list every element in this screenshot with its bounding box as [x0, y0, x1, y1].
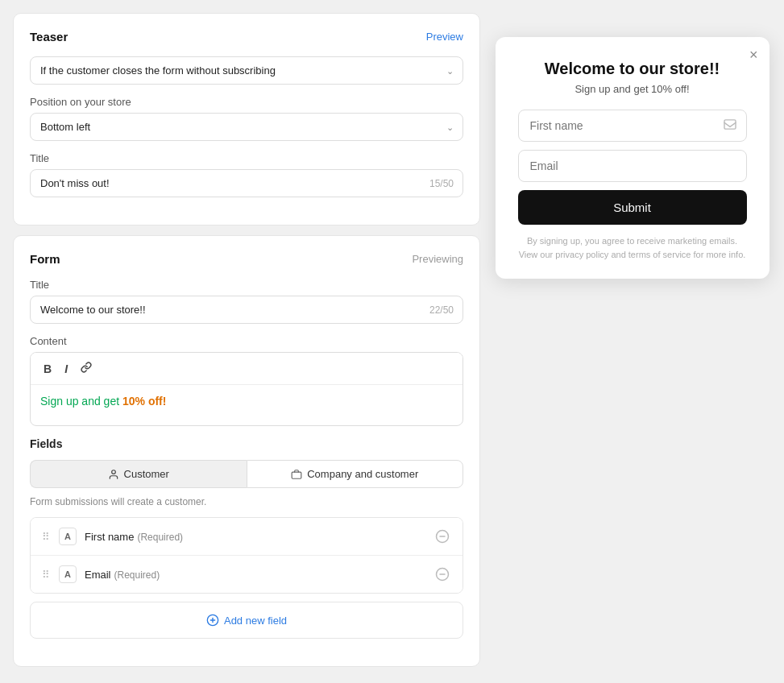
- form-title-input[interactable]: [30, 296, 463, 324]
- form-card: Form Previewing Title 22/50 Content B I: [13, 235, 480, 667]
- field-row-email: ⠿ A Email(Required): [31, 555, 463, 593]
- right-panel: × Welcome to our store!! Sign up and get…: [493, 13, 771, 670]
- first-name-wrapper: [518, 110, 747, 142]
- position-label: Position on your store: [30, 96, 463, 108]
- first-name-icon: [723, 119, 737, 133]
- field-row-firstname: ⠿ A First name(Required): [31, 518, 463, 555]
- field-type-icon-firstname: A: [59, 528, 77, 545]
- form-title-label: Title: [30, 279, 463, 291]
- position-select[interactable]: Bottom left: [30, 113, 463, 141]
- teaser-title-group: Title 15/50: [30, 152, 463, 197]
- preview-modal: × Welcome to our store!! Sign up and get…: [496, 37, 769, 279]
- tab-company[interactable]: Company and customer: [247, 460, 464, 488]
- modal-title: Welcome to our store!!: [518, 60, 747, 78]
- italic-button[interactable]: I: [60, 359, 73, 378]
- previewing-label: Previewing: [412, 253, 463, 265]
- form-title-group: Title 22/50: [30, 279, 463, 324]
- teaser-title-label: Title: [30, 152, 463, 164]
- submit-button[interactable]: Submit: [518, 190, 747, 225]
- content-label: Content: [30, 335, 463, 347]
- modal-subtitle: Sign up and get 10% off!: [518, 83, 747, 95]
- add-field-label: Add new field: [224, 615, 287, 627]
- content-text-area[interactable]: Sign up and get 10% off!: [31, 385, 463, 425]
- remove-firstname-button[interactable]: [433, 528, 451, 545]
- fields-label: Fields: [30, 437, 463, 450]
- tab-company-label: Company and customer: [307, 468, 418, 480]
- remove-email-button[interactable]: [433, 565, 451, 583]
- field-tabs: Customer Company and customer: [30, 460, 463, 488]
- field-name-email: Email(Required): [85, 569, 425, 581]
- modal-close-button[interactable]: ×: [749, 47, 758, 64]
- form-title-counter: 22/50: [429, 304, 454, 316]
- svg-rect-1: [292, 472, 301, 478]
- teaser-title-input[interactable]: [30, 169, 463, 197]
- editor-toolbar: B I: [31, 353, 463, 385]
- bold-button[interactable]: B: [39, 359, 56, 378]
- drag-handle-email[interactable]: ⠿: [42, 569, 51, 581]
- svg-point-0: [111, 470, 115, 474]
- left-panel: Teaser Preview If the customer closes th…: [13, 13, 480, 670]
- show-condition-group: If the customer closes the form without …: [30, 56, 463, 85]
- email-input[interactable]: [518, 150, 747, 182]
- fields-list: ⠿ A First name(Required) ⠿ A: [30, 517, 463, 594]
- preview-link[interactable]: Preview: [426, 31, 463, 43]
- tab-customer-label: Customer: [124, 468, 169, 480]
- show-condition-select[interactable]: If the customer closes the form without …: [30, 56, 463, 85]
- field-name-firstname: First name(Required): [85, 531, 425, 543]
- fields-group: Fields Customer Company and customer: [30, 437, 463, 639]
- teaser-title-counter: 15/50: [429, 178, 454, 189]
- position-group: Position on your store Bottom left ⌄: [30, 96, 463, 141]
- form-section-title: Form: [30, 252, 60, 266]
- tab-customer[interactable]: Customer: [30, 460, 247, 488]
- drag-handle-firstname[interactable]: ⠿: [42, 531, 51, 543]
- content-group: Content B I Sign up and get 10% off!: [30, 335, 463, 426]
- content-editor: B I Sign up and get 10% off!: [30, 352, 463, 426]
- modal-footer: By signing up, you agree to receive mark…: [518, 234, 747, 261]
- field-type-icon-email: A: [59, 565, 77, 583]
- teaser-title: Teaser: [30, 30, 68, 43]
- add-field-button[interactable]: Add new field: [30, 602, 463, 639]
- teaser-card: Teaser Preview If the customer closes th…: [13, 13, 480, 226]
- link-button[interactable]: [76, 359, 97, 378]
- first-name-input[interactable]: [518, 110, 747, 142]
- email-wrapper: [518, 150, 747, 182]
- form-note: Form submissions will create a customer.: [30, 496, 463, 507]
